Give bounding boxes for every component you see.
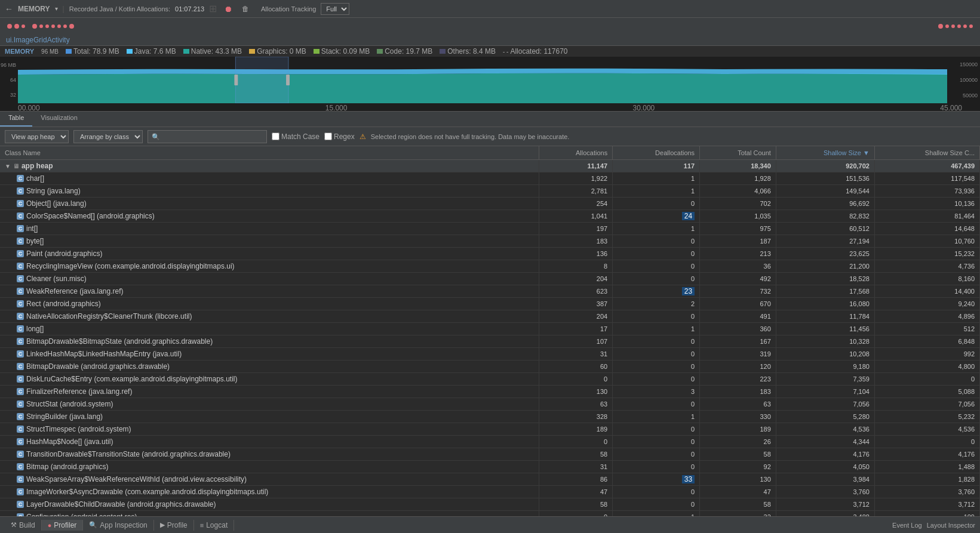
regex-checkbox[interactable] [324,133,332,140]
class-icon: C [17,350,24,358]
table-row[interactable]: C Configuration (android.content.res) 0 … [0,511,980,517]
table-row[interactable]: C char[] 1,922 1 1,928 151,536 117,548 [0,172,980,185]
bottom-tab-logcat[interactable]: ≡ Logcat [194,520,234,531]
col-class-name[interactable]: Class Name [0,146,539,160]
table-row[interactable]: C Paint (android.graphics) 136 0 213 23,… [0,248,980,260]
alloc-cell: 2,781 [539,185,612,198]
table-container[interactable]: Class Name Allocations Deallocations Tot… [0,146,980,516]
total-cell: 130 [700,473,776,486]
timeline-dot-16 [969,24,973,28]
table-row[interactable]: C ImageWorker$AsyncDrawable (com.example… [0,486,980,498]
table-row[interactable]: C NativeAllocationRegistry$CleanerThunk … [0,310,980,323]
shallow-cell: 60,512 [776,223,874,235]
table-row[interactable]: C LayerDrawable$ChildDrawable (android.g… [0,498,980,511]
alloc-cell: 58 [539,448,612,461]
col-shallow-size-c[interactable]: Shallow Size C... [874,146,979,160]
table-row[interactable]: C TransitionDrawable$TransitionState (an… [0,448,980,461]
y-label-32: 32 [0,92,18,98]
table-row[interactable]: C BitmapDrawable (android.graphics.drawa… [0,361,980,373]
table-row[interactable]: C StructStat (android.system) 63 0 63 7,… [0,398,980,411]
table-row[interactable]: C byte[] 183 0 187 27,194 10,760 [0,235,980,248]
match-case-checkbox[interactable] [272,133,279,140]
table-row[interactable]: C WeakSparseArray$WeakReferenceWithId (a… [0,473,980,486]
dealloc-cell: 117 [613,160,700,172]
dealloc-cell: 0 [613,235,700,248]
alloc-cell: 11,147 [539,160,612,172]
time-label: 01:07.213 [175,5,204,13]
shallow-cell: 7,104 [776,386,874,398]
table-row[interactable]: C ColorSpace$Named[] (android.graphics) … [0,210,980,223]
col-shallow-size[interactable]: Shallow Size ▼ [776,146,874,160]
shallow-c-cell: 15,232 [874,248,979,260]
tab-visualization[interactable]: Visualization [32,112,86,127]
match-case-label[interactable]: Match Case [272,133,320,141]
bottom-tab-build[interactable]: ⚒ Build [5,520,42,531]
back-button[interactable]: ← [5,4,13,14]
table-row[interactable]: C DiskLruCache$Entry (com.example.androi… [0,373,980,386]
shallow-c-cell: 4,176 [874,448,979,461]
event-log-link[interactable]: Event Log [892,522,922,529]
memory-dropdown-arrow[interactable]: ▾ [55,5,58,12]
table-row[interactable]: C HashMap$Node[] (java.util) 0 0 26 4,34… [0,436,980,448]
table-row[interactable]: C Bitmap (android.graphics) 31 0 92 4,05… [0,461,980,473]
class-icon: C [17,325,24,332]
col-allocations[interactable]: Allocations [539,146,612,160]
table-row[interactable]: C String (java.lang) 2,781 1 4,066 149,5… [0,185,980,198]
col-deallocations[interactable]: Deallocations [613,146,700,160]
shallow-cell: 3,984 [776,473,874,486]
regex-label[interactable]: Regex [324,133,355,141]
class-name-cell: C String (java.lang) [0,185,539,198]
total-cell: 975 [700,223,776,235]
table-row[interactable]: C StructTimespec (android.system) 189 0 … [0,423,980,436]
bottom-tab-app-inspection[interactable]: 🔍 App Inspection [83,520,153,531]
arrange-by-class-dropdown[interactable]: Arrange by class [73,130,143,143]
shallow-cell: 4,050 [776,461,874,473]
search-input[interactable] [148,130,267,143]
chart-svg [18,57,947,103]
view-app-heap-dropdown[interactable]: View app heap [5,130,69,143]
timeline-dot-14 [957,24,961,28]
col-total-count[interactable]: Total Count [700,146,776,160]
bottom-tab-profile[interactable]: ▶ Profile [154,520,194,531]
table-row[interactable]: C FinalizerReference (java.lang.ref) 130… [0,386,980,398]
class-name-cell: C int[] [0,223,539,235]
full-dropdown[interactable]: Full [321,3,349,15]
legend-color-java [127,49,133,54]
record-button[interactable]: ⏺ [222,3,235,15]
table-row[interactable]: C WeakReference (java.lang.ref) 623 23 7… [0,285,980,298]
table-row[interactable]: C Rect (android.graphics) 387 2 670 16,0… [0,298,980,310]
dealloc-cell: 23 [613,285,700,298]
table-row[interactable]: C Cleaner (sun.misc) 204 0 492 18,528 8,… [0,273,980,285]
tabs-bar: Table Visualization [0,112,980,127]
table-row[interactable]: C RecyclingImageView (com.example.androi… [0,260,980,273]
alloc-cell: 31 [539,348,612,361]
class-name-cell: C FinalizerReference (java.lang.ref) [0,386,539,398]
delete-button[interactable]: 🗑 [239,4,251,14]
chart-y-labels: 96 MB 64 32 [0,57,18,103]
shallow-cell: 96,692 [776,198,874,210]
total-cell: 702 [700,198,776,210]
table-row[interactable]: C BitmapDrawable$BitmapState (android.gr… [0,335,980,348]
timeline-dot-6 [45,24,49,28]
bottom-tab-profiler[interactable]: ● Profiler [42,520,84,531]
layout-inspector-link[interactable]: Layout Inspector [927,522,975,529]
app-inspection-label: App Inspection [100,521,147,529]
dealloc-cell: 0 [613,448,700,461]
table-row[interactable]: C StringBuilder (java.lang) 328 1 330 5,… [0,411,980,423]
timeline-dot-13 [951,24,955,28]
table-row[interactable]: C LinkedHashMap$LinkedHashMapEntry (java… [0,348,980,361]
legend-allocated: - - Allocated: 117670 [503,47,568,56]
table-row[interactable]: C long[] 17 1 360 11,456 512 [0,323,980,335]
shallow-cell: 3,760 [776,486,874,498]
total-cell: 213 [700,248,776,260]
recorded-label: Recorded Java / Kotlin Allocations: [69,5,170,13]
table-row[interactable]: C Object[] (java.lang) 254 0 702 96,692 … [0,198,980,210]
alloc-cell: 1,041 [539,210,612,223]
table-row-app-heap[interactable]: ▼ 🖥 app heap 11,147 117 18,340 920,702 4… [0,160,980,172]
memory-label: MEMORY [18,5,50,13]
shallow-cell: 9,180 [776,361,874,373]
tab-table[interactable]: Table [0,112,32,127]
table-row[interactable]: C int[] 197 1 975 60,512 14,648 [0,223,980,235]
x-label-15: 15.000 [325,104,348,112]
class-icon: C [17,463,24,470]
